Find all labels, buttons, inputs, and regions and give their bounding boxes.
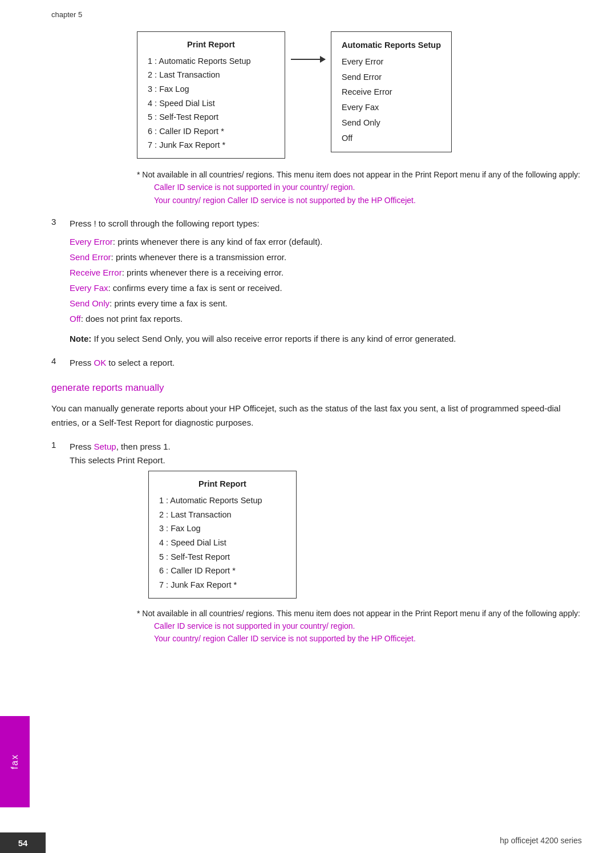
submenu-item-2: Send Error — [342, 70, 441, 85]
step1-text: Press Setup, then press 1. This selects … — [70, 440, 582, 467]
body-para: You can manually generate reports about … — [51, 402, 582, 430]
menu-item-1-1: 1 : Automatic Reports Setup — [148, 54, 274, 68]
step3-row: 3 Press ! to scroll through the followin… — [51, 217, 582, 231]
report-desc-receive-error: : prints whenever there is a receiving e… — [122, 268, 283, 277]
footnote2-note2: Your country/ region Caller ID service i… — [154, 632, 582, 645]
diagram2-area: Print Report 1 : Automatic Reports Setup… — [148, 471, 582, 598]
menu-item-1-3: 3 : Fax Log — [148, 82, 274, 96]
footnote1-note1: Caller ID service is not supported in yo… — [154, 181, 582, 193]
report-desc-send-error: : prints whenever there is a transmissio… — [111, 252, 287, 262]
step1-text-before: Press — [70, 442, 94, 451]
submenu-item-4: Every Fax — [342, 100, 441, 115]
footnote2-area: * Not available in all countries/ region… — [137, 608, 582, 645]
menu-item-1-7: 7 : Junk Fax Report * — [148, 138, 274, 152]
submenu-item-5: Send Only — [342, 115, 441, 131]
step1-sub-text: This selects Print Report. — [70, 455, 165, 465]
report-label-receive-error: Receive Error — [70, 268, 122, 277]
step4-ok: OK — [94, 358, 107, 367]
chapter-label: chapter 5 — [51, 10, 582, 19]
submenu-item-1: Every Error — [342, 54, 441, 70]
note-label: Note: — [70, 334, 91, 343]
submenu-box-1: Automatic Reports Setup Every Error Send… — [331, 31, 452, 152]
note-line: Note: If you select Send Only, you will … — [70, 332, 582, 346]
report-label-send-error: Send Error — [70, 252, 111, 262]
menu-item-2-4: 4 : Speed Dial List — [159, 536, 286, 550]
report-type-every-error: Every Error: prints whenever there is an… — [70, 234, 582, 249]
menu-item-1-5: 5 : Self-Test Report — [148, 110, 274, 124]
step1-text-after: , then press 1. — [116, 442, 171, 451]
report-type-send-error: Send Error: prints whenever there is a t… — [70, 249, 582, 265]
step3-number: 3 — [51, 217, 70, 227]
report-label-off: Off — [70, 314, 81, 324]
report-type-receive-error: Receive Error: prints whenever there is … — [70, 265, 582, 280]
menu-box-2: Print Report 1 : Automatic Reports Setup… — [148, 471, 297, 598]
submenu-item-6: Off — [342, 131, 441, 146]
report-label-every-error: Every Error — [70, 237, 113, 246]
footer: 54 hp officejet 4200 series — [0, 819, 616, 853]
menu-box-2-title: Print Report — [159, 477, 286, 491]
note-text: If you select Send Only, you will also r… — [91, 334, 456, 343]
step4-text: Press OK to select a report. — [70, 356, 582, 370]
menu-item-1-6: 6 : Caller ID Report * — [148, 124, 274, 139]
report-desc-every-fax: : confirms every time a fax is sent or r… — [108, 283, 282, 293]
footnote2-asterisk: * Not available in all countries/ region… — [137, 608, 582, 620]
arrow-icon — [291, 59, 325, 60]
menu-box-1: Print Report 1 : Automatic Reports Setup… — [137, 31, 285, 159]
menu-item-2-5: 5 : Self-Test Report — [159, 550, 286, 564]
arrow-container — [291, 31, 325, 60]
report-type-off: Off: does not print fax reports. — [70, 311, 582, 326]
submenu-item-3: Receive Error — [342, 84, 441, 100]
submenu-box-1-title: Automatic Reports Setup — [342, 38, 441, 53]
menu-item-2-6: 6 : Caller ID Report * — [159, 564, 286, 578]
page-content: chapter 5 Print Report 1 : Automatic Rep… — [51, 0, 582, 645]
footnote1-area: * Not available in all countries/ region… — [137, 169, 582, 207]
menu-item-1-4: 4 : Speed Dial List — [148, 96, 274, 111]
step1-row: 1 Press Setup, then press 1. This select… — [51, 440, 582, 467]
footnote1-note2: Your country/ region Caller ID service i… — [154, 194, 582, 207]
report-types-body: Every Error: prints whenever there is an… — [70, 234, 582, 326]
step1-setup-link: Setup — [94, 442, 116, 451]
menu-item-2-3: 3 : Fax Log — [159, 521, 286, 536]
menu-box-1-title: Print Report — [148, 38, 274, 52]
report-type-send-only: Send Only: prints every time a fax is se… — [70, 296, 582, 311]
report-desc-off: : does not print fax reports. — [81, 314, 183, 324]
report-label-every-fax: Every Fax — [70, 283, 108, 293]
menu-item-1-2: 2 : Last Transaction — [148, 68, 274, 82]
step4-row: 4 Press OK to select a report. — [51, 356, 582, 370]
footnote2-note1: Caller ID service is not supported in yo… — [154, 620, 582, 632]
footer-page-number: 54 — [0, 832, 46, 853]
diagram1-area: Print Report 1 : Automatic Reports Setup… — [137, 31, 582, 159]
footer-product: hp officejet 4200 series — [500, 836, 582, 845]
report-desc-send-only: : prints every time a fax is sent. — [110, 298, 228, 308]
step3-text: Press ! to scroll through the following … — [70, 217, 582, 231]
report-type-every-fax: Every Fax: confirms every time a fax is … — [70, 280, 582, 296]
side-tab-text: fax — [10, 754, 20, 769]
report-desc-every-error: : prints whenever there is any kind of f… — [113, 237, 323, 246]
side-tab: fax — [0, 716, 30, 807]
footnote1-asterisk: * Not available in all countries/ region… — [137, 169, 582, 181]
menu-item-2-1: 1 : Automatic Reports Setup — [159, 494, 286, 508]
step1-number: 1 — [51, 440, 70, 450]
menu-item-2-7: 7 : Junk Fax Report * — [159, 578, 286, 592]
step4-number: 4 — [51, 356, 70, 366]
report-label-send-only: Send Only — [70, 298, 110, 308]
section-heading: generate reports manually — [51, 382, 582, 394]
menu-item-2-2: 2 : Last Transaction — [159, 508, 286, 522]
